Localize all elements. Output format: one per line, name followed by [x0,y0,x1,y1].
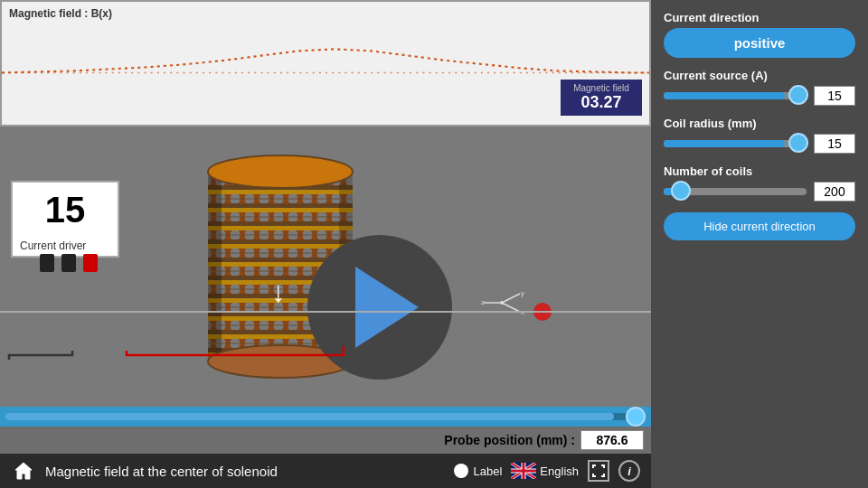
current-driver-value: 15 [25,190,105,230]
current-driver-connectors [40,254,98,272]
info-button[interactable]: i [618,460,640,482]
svg-point-7 [208,155,353,188]
current-source-slider-thumb[interactable] [788,85,808,105]
num-coils-slider-thumb[interactable] [671,181,691,201]
probe-slider-fill [5,413,614,420]
svg-text:y: y [521,289,524,297]
label-circle [454,464,468,478]
label-text: Label [474,465,503,478]
probe-slider-bar[interactable] [0,407,651,427]
graph-svg [2,2,649,125]
current-direction-section: Current direction positive [664,11,855,58]
current-direction-button[interactable]: positive [664,28,855,58]
coil-radius-slider-thumb[interactable] [788,133,808,153]
label-group: Label [454,464,503,478]
info-icon: i [627,465,631,478]
language-selector[interactable]: English [511,463,579,479]
axis-line-svg [0,303,651,321]
current-source-section: Current source (A) 15 [664,69,855,106]
num-coils-section: Number of coils 200 [664,164,855,202]
current-source-label: Current source (A) [664,69,855,82]
connector-black-2 [61,254,76,272]
current-source-slider-row: 15 [664,86,855,106]
current-source-slider-fill [664,92,785,99]
coil-radius-label: Coil radius (mm) [664,117,855,130]
left-panel: Magnetic field : B(x) Magnetic field 03.… [0,0,651,488]
probe-position-row: Probe position (mm) : 876.6 [0,427,651,454]
magnetic-field-label: Magnetic field [570,83,633,93]
language-text: English [540,465,579,478]
connector-black [40,254,54,272]
num-coils-slider-row: 200 [664,182,855,202]
connector-red [83,254,98,272]
status-title: Magnetic field at the center of solenoid [45,464,445,479]
coil-radius-slider-row: 15 [664,134,855,154]
simulation-area: 15 Current driver [0,127,651,407]
coil-radius-value[interactable]: 15 [814,134,855,154]
probe-slider-track[interactable] [5,413,646,420]
svg-rect-5 [208,172,222,361]
num-coils-slider-track[interactable] [664,188,807,195]
hide-current-button[interactable]: Hide current direction [664,212,855,240]
current-direction-label: Current direction [664,11,855,24]
graph-area: Magnetic field : B(x) Magnetic field 03.… [0,0,651,127]
hide-current-section: Hide current direction [664,212,855,240]
current-driver-label: Current driver [20,239,86,252]
current-source-slider-track[interactable] [664,92,807,99]
coil-radius-slider-track[interactable] [664,140,807,147]
svg-marker-26 [15,463,32,479]
magnetic-field-value: 03.27 [570,93,633,112]
num-coils-label: Number of coils [664,164,855,178]
coil-radius-section: Coil radius (mm) 15 [664,117,855,154]
current-driver-box: 15 Current driver [11,181,119,258]
num-coils-value[interactable]: 200 [814,182,855,202]
status-bar: Magnetic field at the center of solenoid… [0,454,651,488]
probe-position-label: Probe position (mm) : [444,433,575,447]
right-panel: Current direction positive Current sourc… [651,0,868,488]
probe-position-value: 876.6 [580,430,644,450]
coil-radius-slider-fill [664,140,785,147]
fullscreen-button[interactable] [588,460,609,482]
magnetic-field-box: Magnetic field 03.27 [561,80,642,116]
home-icon[interactable] [11,458,36,483]
current-source-value[interactable]: 15 [814,86,855,106]
probe-slider-thumb[interactable] [626,407,646,427]
uk-flag-icon [511,463,536,479]
svg-line-18 [502,294,520,303]
